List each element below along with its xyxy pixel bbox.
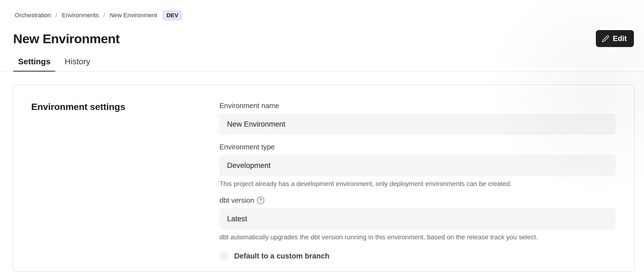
environment-name-input[interactable] xyxy=(219,114,616,135)
tab-bar: Settings History xyxy=(0,55,644,72)
edit-button[interactable]: Edit xyxy=(596,30,634,47)
field-dbt-version: dbt version ? dbt automatically upgrades… xyxy=(219,196,616,241)
dbt-version-helper-text: dbt automatically upgrades the dbt versi… xyxy=(219,233,616,241)
environment-name-label: Environment name xyxy=(219,101,616,110)
card-heading: Environment settings xyxy=(31,101,219,112)
breadcrumb-item-new-environment[interactable]: New Environment xyxy=(110,12,157,19)
environment-dev-badge: DEV xyxy=(162,10,182,21)
environment-name-label-text: Environment name xyxy=(219,101,279,110)
breadcrumb-separator: / xyxy=(56,12,57,19)
page: Orchestration / Environments / New Envir… xyxy=(0,0,644,279)
page-title: New Environment xyxy=(13,31,120,46)
pencil-icon xyxy=(602,35,609,42)
breadcrumb: Orchestration / Environments / New Envir… xyxy=(0,0,644,21)
environment-settings-card: Environment settings Environment name En… xyxy=(12,85,635,272)
breadcrumb-separator: / xyxy=(103,12,105,19)
page-header: New Environment Edit xyxy=(13,30,634,47)
custom-branch-row: Default to a custom branch xyxy=(219,252,616,260)
card-heading-column: Environment settings xyxy=(31,101,219,260)
custom-branch-label: Default to a custom branch xyxy=(234,252,329,260)
breadcrumb-item-orchestration[interactable]: Orchestration xyxy=(15,12,51,19)
environment-type-label: Environment type xyxy=(219,143,616,151)
environment-type-input[interactable] xyxy=(219,155,616,176)
tab-history[interactable]: History xyxy=(60,55,95,71)
environment-type-label-text: Environment type xyxy=(219,143,275,151)
field-environment-name: Environment name xyxy=(219,101,616,135)
dbt-version-label: dbt version ? xyxy=(219,196,616,205)
help-icon[interactable]: ? xyxy=(257,197,264,204)
edit-button-label: Edit xyxy=(613,34,627,43)
custom-branch-checkbox[interactable] xyxy=(219,252,228,260)
breadcrumb-item-environments[interactable]: Environments xyxy=(62,12,99,19)
dbt-version-input[interactable] xyxy=(219,208,616,229)
tab-settings[interactable]: Settings xyxy=(13,55,55,71)
tab-history-label: History xyxy=(65,57,90,66)
field-environment-type: Environment type This project already ha… xyxy=(219,143,616,188)
dbt-version-label-text: dbt version xyxy=(219,196,254,205)
environment-type-helper-text: This project already has a development e… xyxy=(219,180,616,188)
tab-settings-label: Settings xyxy=(18,57,50,66)
environment-settings-form: Environment name Environment type This p… xyxy=(219,101,616,260)
